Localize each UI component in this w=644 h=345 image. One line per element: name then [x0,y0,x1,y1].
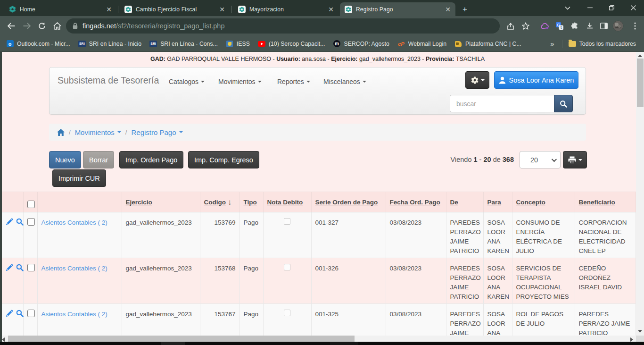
address-bar[interactable]: fingads.net/sf2/tesoreria/registro_pago_… [66,18,500,34]
nota-debito-checkbox [284,264,290,270]
select-all-checkbox[interactable] [27,201,35,208]
bookmark-iess[interactable]: IESS [223,39,253,49]
share-icon[interactable] [503,18,519,34]
back-icon[interactable] [3,18,19,34]
home-icon[interactable] [49,18,65,34]
header-para[interactable]: Para [483,192,512,212]
grid-toolbar: Nuevo Borrar Imp. Orden Pago Imp. Comp. … [0,141,644,193]
header-fecha-ord-pago[interactable]: Fecha Ord. Pago [386,192,446,212]
asientos-contables-link[interactable]: Asientos Contables ( 2) [41,311,107,318]
row-checkbox[interactable] [27,218,35,226]
close-window-button[interactable] [622,0,644,15]
tab-close-icon[interactable]: ✕ [218,6,226,13]
extensions-puzzle-icon[interactable] [567,18,583,34]
header-de[interactable]: De [446,192,483,212]
edit-pencil-icon[interactable] [6,218,13,226]
search-input[interactable] [450,95,554,112]
tab-title: Registro Pago [356,6,444,13]
bookmark-sercop-capacit[interactable]: (10) Sercop Capacit... [255,39,329,49]
print-dropdown-button[interactable] [563,151,587,168]
sort-desc-icon: ↓ [228,199,232,205]
bookmark-plataforma-cnc[interactable]: Plataforma CNC | C... [451,39,525,49]
paging-total: 368 [503,156,514,163]
chevron-down-icon [117,131,121,133]
menu-movimientos[interactable]: Movimientos [218,78,262,85]
tab-close-icon[interactable]: ✕ [105,6,113,13]
view-magnifier-icon[interactable] [16,264,24,271]
asientos-contables-link[interactable]: Asientos Contables ( 2) [41,219,107,226]
search-icon [560,100,567,108]
menu-reportes[interactable]: Reportes [277,78,310,85]
menu-catalogos[interactable]: Catalogos [169,78,205,85]
home-icon [57,129,65,136]
horizontal-scrollbar[interactable] [0,336,636,342]
bookmarks-overflow-chevron[interactable]: » [545,40,559,48]
tab-search-chevron-icon[interactable] [562,4,573,12]
vertical-scrollbar[interactable] [636,52,644,336]
bookmark-sri-consultas[interactable]: SRI SRI en Línea - Cons... [146,39,221,49]
browser-menu-dots-icon[interactable] [627,18,643,34]
breadcrumb-movimientos[interactable]: Movimientos [75,128,121,136]
extension-cloud-icon[interactable] [537,18,553,34]
bookmark-star-icon[interactable] [518,18,534,34]
header-beneficiario[interactable]: Beneficiario [575,192,636,212]
user-menu-button[interactable]: Sosa Loor Ana Karen [494,71,578,89]
ejercicio-value: gad_vallehermos_2023 [359,56,421,62]
chevron-down-icon [552,157,557,162]
header-serie-orden-pago[interactable]: Serie Orden de Pago [311,192,386,212]
row-checkbox[interactable] [27,310,35,317]
row-actions-cell [2,212,23,258]
tab-registro-pago-active[interactable]: Registro Pago ✕ [340,2,455,16]
bookmark-sri-inicio[interactable]: SRI SRI en Línea - Inicio [75,39,145,49]
side-panel-icon[interactable] [596,18,612,34]
page-size-select[interactable]: 20 [520,151,561,168]
edit-pencil-icon[interactable] [6,310,13,317]
row-checkbox[interactable] [27,264,35,271]
tab-close-icon[interactable]: ✕ [327,6,335,13]
sercop-logo: m [333,40,340,47]
restore-button[interactable] [601,0,622,15]
breadcrumb-registro-pago[interactable]: Registro Pago [131,128,182,136]
imp-comp-egreso-button[interactable]: Imp. Comp. Egreso [188,151,259,168]
header-ejercicio[interactable]: Ejercicio [122,192,200,212]
header-actions-cell [2,192,23,212]
view-magnifier-icon[interactable] [16,218,24,226]
imprimir-cur-button[interactable]: Imprimir CUR [52,169,106,187]
vertical-scrollbar-thumb[interactable] [637,59,644,107]
menu-miscelaneos[interactable]: Miscelaneos [323,78,366,85]
tab-close-icon[interactable]: ✕ [444,6,452,13]
nota-debito-cell [263,212,311,258]
downloads-icon[interactable] [582,18,598,34]
lock-icon[interactable] [73,23,78,29]
view-magnifier-icon[interactable] [16,310,24,317]
bookmark-sercop-agosto[interactable]: m SERCOP: Agosto [330,39,392,49]
header-concepto[interactable]: Concepto [512,192,575,212]
breadcrumb-home[interactable] [57,129,65,136]
header-nota-debito[interactable]: Nota Debito [263,192,311,212]
nuevo-button[interactable]: Nuevo [49,151,81,168]
bookmark-label: IESS [237,41,250,47]
extension-translate-icon[interactable]: Gt [552,18,568,34]
reload-icon[interactable] [34,18,50,34]
tab-mayorizacion[interactable]: Mayorizacion ✕ [233,2,339,16]
borrar-button[interactable]: Borrar [83,151,114,168]
tab-cambio-ejercicio[interactable]: Cambio Ejercicio Fiscal ✕ [120,2,230,16]
header-tipo[interactable]: Tipo [239,192,263,212]
bookmark-webmail[interactable]: cP Webmail Login [394,39,450,49]
asientos-contables-link[interactable]: Asientos Contables ( 2) [41,265,107,272]
imp-orden-pago-button[interactable]: Imp. Orden Pago [119,151,183,168]
bookmark-outlook[interactable]: o Outlook.com - Micr... [3,39,74,49]
scroll-down-icon [638,330,642,333]
profile-avatar[interactable] [610,18,626,34]
settings-gear-button[interactable] [465,71,489,89]
ejercicio-cell: gad_vallehermos_2023 [122,258,200,304]
new-tab-button[interactable]: + [460,4,470,15]
minimize-button[interactable] [579,0,601,15]
horizontal-scrollbar-thumb[interactable] [8,336,355,342]
all-bookmarks[interactable]: Todos los marcadores [565,39,639,49]
header-codigo[interactable]: Codigo↓ [200,192,239,212]
forward-icon[interactable] [19,18,35,34]
edit-pencil-icon[interactable] [6,264,13,271]
tab-home[interactable]: Home ✕ [4,2,116,16]
search-button[interactable] [554,95,573,112]
